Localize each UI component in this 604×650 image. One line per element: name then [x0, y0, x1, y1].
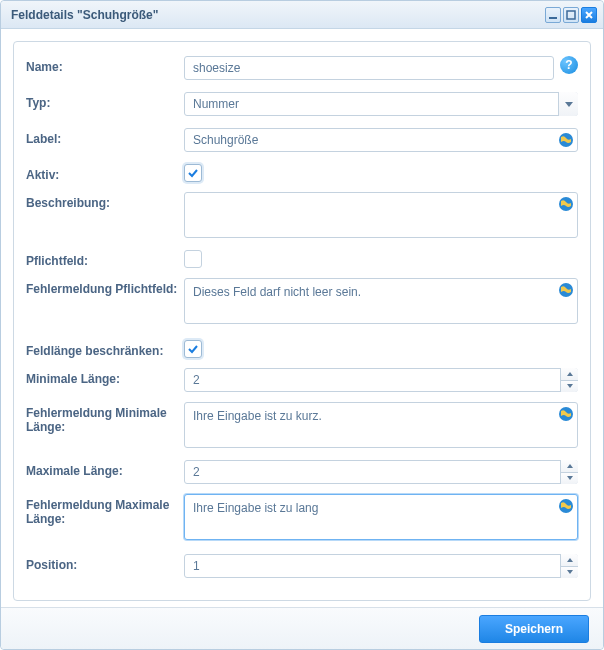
chevron-down-icon — [567, 476, 573, 480]
typ-select-trigger[interactable] — [558, 92, 578, 116]
max-laenge-input[interactable] — [184, 460, 578, 484]
typ-select[interactable] — [184, 92, 578, 116]
min-laenge-up[interactable] — [561, 368, 578, 381]
fehler-max-textarea[interactable] — [184, 494, 578, 540]
fehler-pflicht-textarea[interactable] — [184, 278, 578, 324]
min-laenge-input[interactable] — [184, 368, 578, 392]
label-input[interactable] — [184, 128, 578, 152]
min-laenge-down[interactable] — [561, 381, 578, 393]
position-input[interactable] — [184, 554, 578, 578]
max-laenge-down[interactable] — [561, 473, 578, 485]
window-title: Felddetails "Schuhgröße" — [11, 8, 545, 22]
globe-icon[interactable] — [558, 406, 574, 422]
aktiv-checkbox[interactable] — [184, 164, 202, 182]
globe-icon[interactable] — [558, 498, 574, 514]
check-icon — [187, 343, 199, 355]
position-up[interactable] — [561, 554, 578, 567]
position-down[interactable] — [561, 567, 578, 579]
titlebar[interactable]: Felddetails "Schuhgröße" — [1, 1, 603, 29]
label-fehler-max: Fehlermeldung Maximale Länge: — [26, 494, 184, 526]
close-button[interactable] — [581, 7, 597, 23]
maximize-icon — [566, 10, 576, 20]
label-position: Position: — [26, 554, 184, 572]
label-aktiv: Aktiv: — [26, 164, 184, 182]
feldlaenge-checkbox[interactable] — [184, 340, 202, 358]
field-details-window: Felddetails "Schuhgröße" Name: ? — [0, 0, 604, 650]
label-fehler-min: Fehlermeldung Minimale Länge: — [26, 402, 184, 434]
minimize-icon — [548, 10, 558, 20]
svg-rect-0 — [549, 17, 557, 19]
max-laenge-up[interactable] — [561, 460, 578, 473]
label-name: Name: — [26, 56, 184, 74]
fehler-min-textarea[interactable] — [184, 402, 578, 448]
footer-toolbar: Speichern — [1, 607, 603, 649]
maximize-button[interactable] — [563, 7, 579, 23]
beschreibung-textarea[interactable] — [184, 192, 578, 238]
check-icon — [187, 167, 199, 179]
chevron-up-icon — [567, 372, 573, 376]
label-beschreibung: Beschreibung: — [26, 192, 184, 210]
help-icon[interactable]: ? — [560, 56, 578, 74]
chevron-up-icon — [567, 558, 573, 562]
name-input[interactable] — [184, 56, 554, 80]
chevron-up-icon — [567, 464, 573, 468]
label-fehler-pflicht: Fehlermeldung Pflichtfeld: — [26, 278, 184, 296]
chevron-down-icon — [567, 384, 573, 388]
form-panel: Name: ? Typ: Label: — [13, 41, 591, 601]
svg-rect-1 — [567, 11, 575, 19]
minimize-button[interactable] — [545, 7, 561, 23]
close-icon — [584, 10, 594, 20]
globe-icon[interactable] — [558, 196, 574, 212]
label-feldlaenge: Feldlänge beschränken: — [26, 340, 184, 358]
label-max-laenge: Maximale Länge: — [26, 460, 184, 478]
globe-icon[interactable] — [558, 132, 574, 148]
save-button[interactable]: Speichern — [479, 615, 589, 643]
globe-icon[interactable] — [558, 282, 574, 298]
label-label: Label: — [26, 128, 184, 146]
label-pflichtfeld: Pflichtfeld: — [26, 250, 184, 268]
pflichtfeld-checkbox[interactable] — [184, 250, 202, 268]
chevron-down-icon — [565, 102, 573, 107]
label-typ: Typ: — [26, 92, 184, 110]
chevron-down-icon — [567, 570, 573, 574]
label-min-laenge: Minimale Länge: — [26, 368, 184, 386]
